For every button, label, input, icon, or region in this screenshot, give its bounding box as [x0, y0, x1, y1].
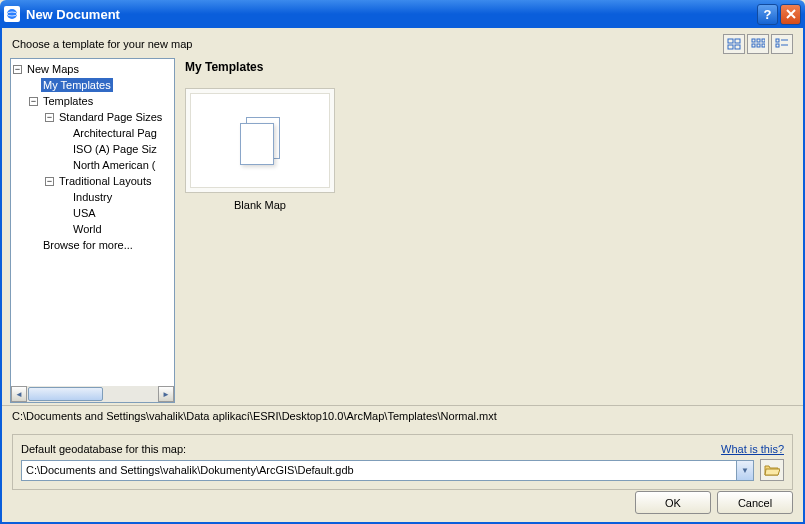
- view-details-icon[interactable]: [771, 34, 793, 54]
- tree-browse[interactable]: Browse for more...: [41, 238, 135, 252]
- svg-rect-9: [752, 44, 755, 47]
- collapse-icon[interactable]: −: [45, 177, 54, 186]
- template-list-panel: My Templates Blank Map: [175, 58, 795, 403]
- collapse-icon[interactable]: −: [13, 65, 22, 74]
- tree-usa[interactable]: USA: [71, 206, 98, 220]
- gdb-label: Default geodatabase for this map:: [21, 443, 186, 455]
- ok-button[interactable]: OK: [635, 491, 711, 514]
- panel-heading: My Templates: [185, 60, 791, 74]
- what-is-this-link[interactable]: What is this?: [721, 443, 784, 455]
- template-thumbnail: [185, 88, 335, 193]
- svg-point-0: [7, 9, 17, 19]
- tree-north-american[interactable]: North American (: [71, 158, 158, 172]
- cancel-button[interactable]: Cancel: [717, 491, 793, 514]
- tree-architectural[interactable]: Architectural Pag: [71, 126, 159, 140]
- svg-rect-12: [776, 39, 779, 42]
- geodatabase-section: Default geodatabase for this map: What i…: [12, 434, 793, 490]
- svg-rect-2: [728, 39, 733, 43]
- horizontal-scrollbar[interactable]: ◄ ►: [11, 386, 174, 402]
- svg-rect-14: [776, 44, 779, 47]
- view-list-icon[interactable]: [747, 34, 769, 54]
- svg-rect-3: [735, 39, 740, 43]
- app-icon: [4, 6, 20, 22]
- tree-root[interactable]: New Maps: [25, 62, 81, 76]
- svg-rect-7: [757, 39, 760, 42]
- svg-rect-11: [762, 44, 765, 47]
- svg-rect-8: [762, 39, 765, 42]
- chevron-down-icon[interactable]: ▼: [736, 461, 753, 480]
- tree-templates[interactable]: Templates: [41, 94, 95, 108]
- scroll-thumb[interactable]: [28, 387, 103, 401]
- gdb-value: C:\Documents and Settings\vahalik\Dokume…: [26, 464, 736, 476]
- template-item-blank-map[interactable]: Blank Map: [185, 88, 335, 211]
- svg-rect-5: [735, 45, 740, 49]
- tree-iso[interactable]: ISO (A) Page Siz: [71, 142, 159, 156]
- tree-panel: −New Maps My Templates −Templates −Stand…: [10, 58, 175, 403]
- collapse-icon[interactable]: −: [45, 113, 54, 122]
- document-icon: [240, 117, 280, 165]
- window-title: New Document: [26, 7, 755, 22]
- svg-rect-10: [757, 44, 760, 47]
- scroll-right-icon[interactable]: ►: [158, 386, 174, 402]
- tree-world[interactable]: World: [71, 222, 104, 236]
- template-path: C:\Documents and Settings\vahalik\Data a…: [2, 405, 803, 426]
- gdb-combobox[interactable]: C:\Documents and Settings\vahalik\Dokume…: [21, 460, 754, 481]
- browse-folder-button[interactable]: [760, 459, 784, 481]
- view-large-icon[interactable]: [723, 34, 745, 54]
- template-label: Blank Map: [185, 199, 335, 211]
- tree-traditional[interactable]: Traditional Layouts: [57, 174, 154, 188]
- prompt-text: Choose a template for your new map: [12, 38, 723, 50]
- titlebar: New Document ?: [0, 0, 805, 28]
- tree-industry[interactable]: Industry: [71, 190, 114, 204]
- help-button[interactable]: ?: [757, 4, 778, 25]
- scroll-left-icon[interactable]: ◄: [11, 386, 27, 402]
- svg-rect-4: [728, 45, 733, 49]
- tree-std-page-sizes[interactable]: Standard Page Sizes: [57, 110, 164, 124]
- collapse-icon[interactable]: −: [29, 97, 38, 106]
- dialog-content: Choose a template for your new map −New …: [0, 28, 805, 524]
- svg-rect-6: [752, 39, 755, 42]
- tree-my-templates[interactable]: My Templates: [41, 78, 113, 92]
- close-button[interactable]: [780, 4, 801, 25]
